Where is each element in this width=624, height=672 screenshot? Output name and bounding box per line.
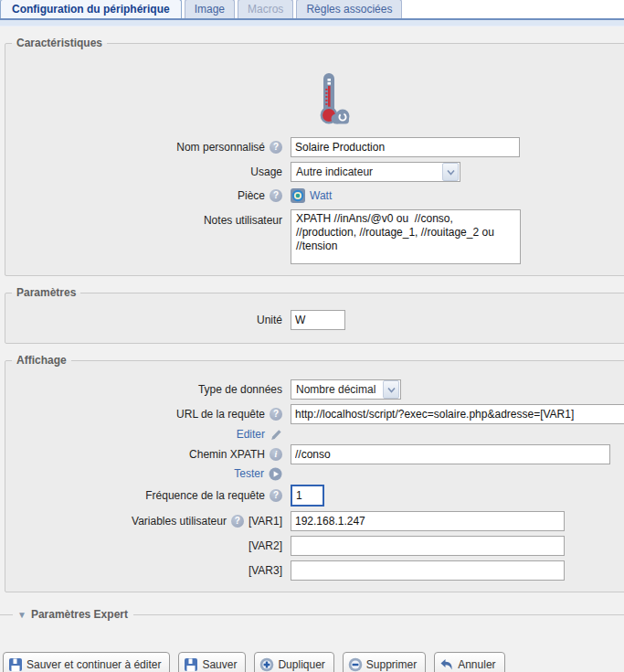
tab-macros: Macros xyxy=(238,0,293,18)
var2-input[interactable] xyxy=(291,536,565,556)
row-notes-utilisateur: Notes utilisateur XPATH //inAns/@v0 ou /… xyxy=(5,209,624,264)
row-editer: Editer xyxy=(5,426,624,443)
data-type-select[interactable]: Nombre décimal xyxy=(291,379,401,400)
frequence-requete-label: Fréquence de la requête xyxy=(145,487,265,504)
row-chemin-xpath: Chemin XPATH i xyxy=(5,444,624,464)
tab-configuration-du-peripherique[interactable]: Configuration du périphérique xyxy=(0,0,182,18)
row-unite: Unité xyxy=(5,310,624,330)
parametres-expert-label[interactable]: Paramètres Expert xyxy=(31,608,128,621)
frequency-input[interactable] xyxy=(291,485,324,507)
request-url-input[interactable] xyxy=(291,404,624,424)
cancel-button[interactable]: Annuler xyxy=(434,652,504,672)
info-icon[interactable]: i xyxy=(270,448,282,461)
var1-tag: [VAR1] xyxy=(249,513,282,529)
type-de-donnees-label: Type de données xyxy=(198,381,282,398)
room-watt-link[interactable]: Watt xyxy=(310,189,332,202)
help-icon[interactable]: ? xyxy=(270,489,282,502)
variables-utilisateur-label: Variables utilisateur xyxy=(132,513,227,529)
editer-link[interactable]: Editer xyxy=(237,426,265,443)
usage-select[interactable]: Autre indicateur xyxy=(291,162,460,182)
chevron-down-icon xyxy=(442,163,459,181)
user-notes-textarea[interactable]: XPATH //inAns/@v0 ou //conso, //producti… xyxy=(291,209,521,264)
row-frequence-requete: Fréquence de la requête ? xyxy=(5,485,624,507)
floppy-disk-icon xyxy=(8,657,23,672)
thermometer-with-cloud-icon xyxy=(308,71,352,124)
tester-link[interactable]: Tester xyxy=(234,465,264,482)
save-and-continue-button[interactable]: Sauver et continuer à éditer xyxy=(3,652,170,672)
row-type-de-donnees: Type de données Nombre décimal xyxy=(5,379,624,400)
chevron-down-icon xyxy=(383,380,399,399)
help-icon[interactable]: ? xyxy=(270,141,282,154)
piece-label: Pièce xyxy=(238,187,265,204)
data-type-select-value: Nombre décimal xyxy=(291,383,375,396)
unit-input[interactable] xyxy=(291,310,345,330)
plus-circle-icon xyxy=(259,657,274,672)
help-icon[interactable]: ? xyxy=(270,408,282,421)
action-button-bar: Sauver et continuer à éditer Sauver Dupl… xyxy=(3,652,505,672)
section-caracteristiques: Caractéristiques Nom personnalisé ? xyxy=(5,37,624,276)
divider-line xyxy=(0,614,13,615)
section-affichage: Affichage Type de données Nombre décimal… xyxy=(5,354,624,592)
var2-tag: [VAR2] xyxy=(249,538,282,554)
row-piece: Pièce ? Watt xyxy=(5,187,624,205)
expert-section-header: ▼ Paramètres Expert xyxy=(0,607,624,622)
row-variables-var2: [VAR2] xyxy=(5,536,624,556)
row-url-requete: URL de la requête ? xyxy=(5,404,624,424)
tab-image[interactable]: Image xyxy=(185,0,235,18)
row-tester: Tester xyxy=(5,465,624,482)
usage-select-value: Autre indicateur xyxy=(291,165,373,178)
var1-input[interactable] xyxy=(291,511,565,531)
undo-arrow-icon xyxy=(439,657,454,672)
section-affichage-legend: Affichage xyxy=(12,354,71,367)
chemin-xpath-label: Chemin XPATH xyxy=(189,446,265,463)
row-variables-var1: Variables utilisateur ? [VAR1] xyxy=(5,511,624,531)
minus-circle-icon xyxy=(348,657,363,672)
section-caracteristiques-legend: Caractéristiques xyxy=(12,37,107,49)
pencil-icon[interactable] xyxy=(270,429,282,441)
tab-strip xyxy=(0,20,624,27)
help-icon[interactable]: ? xyxy=(270,189,282,202)
section-parametres-legend: Paramètres xyxy=(12,286,80,299)
help-icon[interactable]: ? xyxy=(231,515,244,528)
tab-regles-associees[interactable]: Règles associées xyxy=(296,0,402,18)
duplicate-button[interactable]: Dupliquer xyxy=(254,652,333,672)
room-target-icon xyxy=(291,188,305,203)
tab-bar: Configuration du périphérique Image Macr… xyxy=(0,0,624,20)
custom-name-input[interactable] xyxy=(291,137,520,157)
unite-label: Unité xyxy=(257,312,282,328)
divider-line xyxy=(133,614,624,615)
usage-label: Usage xyxy=(250,164,282,180)
floppy-disk-icon xyxy=(184,657,198,672)
save-button[interactable]: Sauver xyxy=(178,652,246,672)
var3-input[interactable] xyxy=(291,560,565,581)
xpath-input[interactable] xyxy=(291,444,610,464)
row-variables-var3: [VAR3] xyxy=(5,560,624,581)
notes-utilisateur-label: Notes utilisateur xyxy=(204,212,282,229)
url-requete-label: URL de la requête xyxy=(176,406,265,422)
nom-personnalise-label: Nom personnalisé xyxy=(176,139,265,155)
play-circle-icon[interactable] xyxy=(269,467,282,481)
row-usage: Usage Autre indicateur xyxy=(5,162,624,182)
row-nom-personnalise: Nom personnalisé ? xyxy=(5,137,624,157)
triangle-down-icon[interactable]: ▼ xyxy=(17,610,26,620)
delete-button[interactable]: Supprimer xyxy=(343,652,426,672)
section-parametres: Paramètres Unité xyxy=(5,286,624,344)
var3-tag: [VAR3] xyxy=(249,562,282,579)
